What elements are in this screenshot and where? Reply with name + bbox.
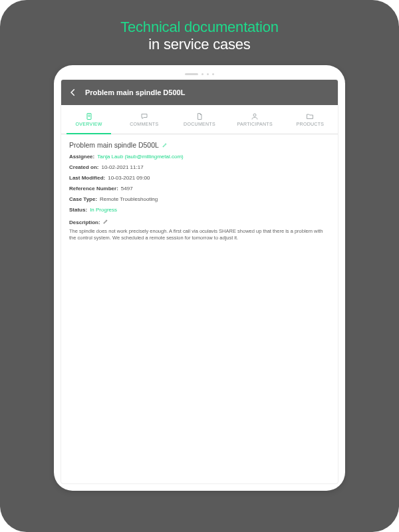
field-value: 10-03-2021 09:00 bbox=[108, 175, 150, 182]
tab-label: PARTICIPANTS bbox=[237, 122, 273, 126]
tab-products[interactable]: PRODUCTS bbox=[283, 105, 338, 134]
tablet-notch bbox=[61, 73, 338, 75]
case-type-row: Case Type: Remote Troubleshooting bbox=[69, 196, 330, 203]
file-icon bbox=[196, 112, 203, 120]
status-row: Status: In Progress bbox=[69, 207, 330, 213]
tablet-frame: Problem main spindle D500L OVERVIEW COMM… bbox=[54, 65, 345, 491]
field-value: 5497 bbox=[121, 186, 133, 192]
doc-icon bbox=[85, 112, 93, 120]
app-screen: Problem main spindle D500L OVERVIEW COMM… bbox=[61, 79, 338, 484]
field-label: Last Modified: bbox=[69, 175, 105, 182]
tab-label: PRODUCTS bbox=[297, 122, 325, 126]
description-header: Description: bbox=[69, 219, 330, 225]
promo-card: Technical documentation in service cases… bbox=[0, 0, 399, 532]
edit-description-button[interactable] bbox=[103, 219, 108, 225]
created-row: Created on: 10-02-2021 11:17 bbox=[69, 164, 330, 171]
user-icon bbox=[251, 112, 259, 120]
app-bar: Problem main spindle D500L bbox=[61, 80, 338, 105]
assignee-link[interactable]: Tanja Laub (laub@millingmetal.com) bbox=[97, 154, 184, 160]
field-label: Case Type: bbox=[69, 196, 97, 203]
field-label: Assignee: bbox=[69, 154, 94, 160]
headline-line-1: Technical documentation bbox=[120, 19, 279, 36]
assignee-row: Assignee: Tanja Laub (laub@millingmetal.… bbox=[69, 154, 330, 160]
field-label: Reference Number: bbox=[69, 186, 118, 192]
case-title: Problem main spindle D500L bbox=[69, 141, 159, 149]
headline: Technical documentation in service cases bbox=[120, 19, 279, 53]
back-button[interactable] bbox=[68, 87, 78, 98]
field-value: Remote Troubleshooting bbox=[100, 196, 158, 203]
field-label: Created on: bbox=[69, 164, 98, 171]
tab-label: COMMENTS bbox=[130, 122, 158, 126]
tab-comments[interactable]: COMMENTS bbox=[116, 105, 172, 134]
tab-label: OVERVIEW bbox=[76, 122, 102, 126]
field-label: Status: bbox=[69, 207, 87, 213]
modified-row: Last Modified: 10-03-2021 09:00 bbox=[69, 175, 330, 182]
tab-label: DOCUMENTS bbox=[184, 122, 215, 126]
description-label: Description: bbox=[69, 219, 100, 225]
svg-point-1 bbox=[253, 114, 256, 116]
edit-title-button[interactable] bbox=[162, 141, 168, 149]
chat-icon bbox=[140, 112, 148, 120]
appbar-title: Problem main spindle D500L bbox=[85, 88, 185, 96]
headline-line-2: in service cases bbox=[120, 36, 279, 53]
folder-icon bbox=[306, 112, 314, 120]
overview-content: Problem main spindle D500L Assignee: Tan… bbox=[61, 134, 338, 483]
description-text: The spindle does not work precisely enou… bbox=[69, 228, 330, 241]
case-title-row: Problem main spindle D500L bbox=[69, 141, 330, 149]
tab-participants[interactable]: PARTICIPANTS bbox=[227, 105, 283, 134]
status-value: In Progress bbox=[90, 207, 117, 213]
reference-row: Reference Number: 5497 bbox=[69, 186, 330, 192]
tab-bar: OVERVIEW COMMENTS DOCUMENTS bbox=[61, 105, 338, 134]
tab-documents[interactable]: DOCUMENTS bbox=[172, 105, 227, 134]
tab-overview[interactable]: OVERVIEW bbox=[61, 105, 116, 134]
field-value: 10-02-2021 11:17 bbox=[101, 164, 143, 171]
